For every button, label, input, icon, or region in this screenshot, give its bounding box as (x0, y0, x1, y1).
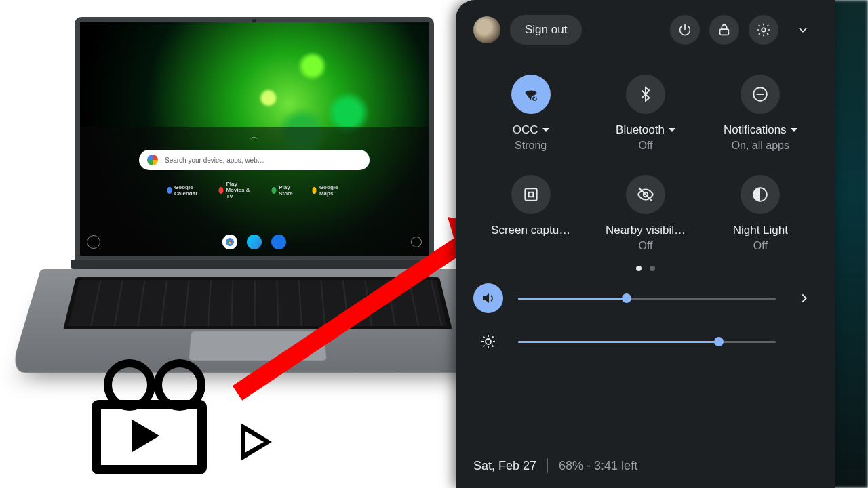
settings-button[interactable] (749, 15, 778, 45)
quick-settings-panel: Sign out OCC Strong (456, 0, 835, 488)
caret-down-icon (669, 128, 675, 132)
search-placeholder: Search your device, apps, web… (165, 157, 264, 164)
audio-settings-button[interactable] (791, 285, 818, 312)
quick-settings-grid: OCC Strong Bluetooth Off Notifications O… (473, 75, 818, 252)
brightness-label-icon (473, 327, 503, 357)
laptop-product-image: ︿ Search your device, apps, web… Google … (41, 17, 461, 396)
gear-icon (756, 22, 771, 37)
night-light-icon (741, 175, 780, 214)
user-avatar[interactable] (473, 16, 500, 43)
caret-down-icon (542, 128, 549, 132)
brightness-icon (480, 333, 496, 350)
chevron-right-icon (797, 291, 812, 306)
launcher-search-input[interactable]: Search your device, apps, web… (139, 150, 370, 170)
svg-rect-2 (720, 29, 729, 35)
svg-point-3 (762, 28, 766, 32)
trackpad (189, 331, 328, 361)
status-bar: Sat, Feb 27 68% - 3:41 left (473, 458, 637, 473)
wifi-tile[interactable]: OCC Strong (473, 75, 588, 152)
collapse-button[interactable] (788, 15, 818, 45)
bluetooth-tile[interactable]: Bluetooth Off (588, 75, 703, 152)
power-icon (677, 22, 692, 37)
video-camera-icon (92, 359, 241, 474)
launcher-icon[interactable] (87, 235, 100, 249)
battery-label: 68% - 3:41 left (559, 459, 637, 473)
notifications-tile[interactable]: Notifications On, all apps (703, 75, 818, 152)
brightness-slider-row (473, 320, 818, 363)
play-store-icon[interactable] (247, 235, 262, 249)
wifi-icon (511, 75, 551, 114)
grid-pager[interactable] (473, 266, 818, 271)
caret-down-icon (791, 128, 797, 132)
power-button[interactable] (670, 15, 700, 45)
sign-out-button[interactable]: Sign out (510, 15, 582, 45)
files-icon[interactable] (271, 235, 286, 249)
chromeos-app-drawer: ︿ Search your device, apps, web… Google … (80, 127, 429, 256)
lock-button[interactable] (709, 15, 739, 45)
volume-toggle[interactable] (473, 283, 503, 313)
date-label: Sat, Feb 27 (473, 459, 536, 473)
svg-rect-9 (528, 192, 533, 197)
svg-point-13 (486, 339, 491, 344)
svg-rect-5 (533, 98, 535, 100)
status-area-icon[interactable] (411, 237, 422, 247)
chevron-up-icon: ︿ (250, 131, 258, 142)
night-light-tile[interactable]: Night Light Off (703, 175, 818, 252)
google-logo-icon (147, 155, 158, 165)
nearby-visibility-tile[interactable]: Nearby visibil… Off (588, 175, 703, 252)
lock-icon (717, 22, 732, 37)
visibility-off-icon (626, 175, 665, 214)
volume-slider-row (473, 277, 818, 320)
chromeos-shelf (80, 228, 429, 256)
bluetooth-icon (626, 75, 665, 114)
screen-capture-tile[interactable]: Screen captu… (473, 175, 588, 252)
volume-icon (480, 290, 496, 306)
chevron-down-icon (795, 22, 810, 37)
brightness-slider[interactable] (518, 341, 776, 343)
screen-capture-icon (511, 175, 551, 214)
svg-rect-8 (525, 188, 536, 200)
chrome-icon[interactable] (222, 235, 237, 249)
do-not-disturb-icon (741, 75, 780, 114)
volume-slider[interactable] (518, 298, 776, 300)
launcher-suggestion-row: Google Calendar Play Movies & TV Play St… (167, 181, 342, 199)
